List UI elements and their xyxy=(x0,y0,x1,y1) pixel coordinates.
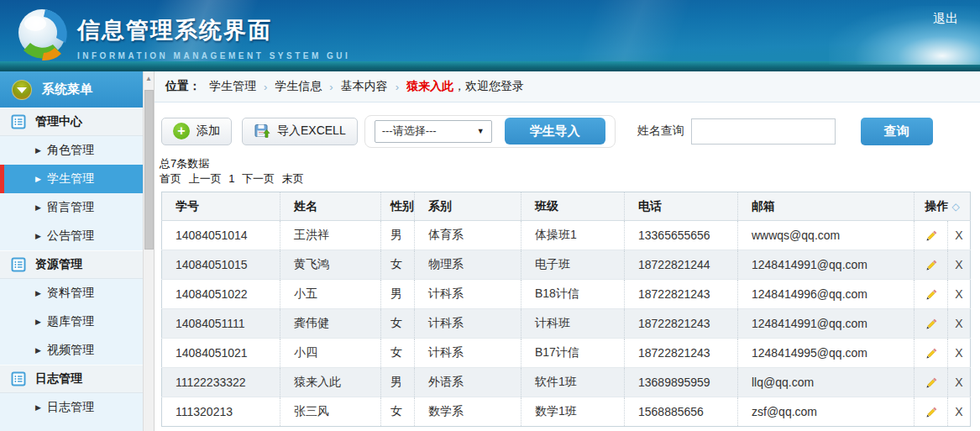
delete-button[interactable]: X xyxy=(955,346,962,360)
students-table: 学号 姓名 性别 系别 班级 电话 邮箱 操作◇ 14084051014 王洪祥… xyxy=(161,192,971,427)
caret-right-icon: ▶ xyxy=(35,346,41,355)
breadcrumb-item-basic-content[interactable]: 基本内容 xyxy=(341,79,388,94)
delete-button[interactable]: X xyxy=(955,287,962,301)
cell-name: 张三风 xyxy=(280,397,381,427)
table-row: 14084051015 黄飞鸿 女 物理系 电子班 18722821244 12… xyxy=(162,250,971,280)
name-query-input[interactable] xyxy=(691,118,836,145)
cell-phone: 13365655656 xyxy=(625,221,738,250)
edit-pencil-icon[interactable] xyxy=(925,318,938,331)
cell-class: 电子班 xyxy=(521,250,625,280)
page-prev[interactable]: 上一页 xyxy=(189,172,222,185)
cell-name: 小五 xyxy=(280,280,381,309)
cell-student-id: 11122233322 xyxy=(162,368,280,397)
app-title-block: 信息管理系统界面 INFORMATION MANAGEMENT SYSTEM G… xyxy=(77,15,350,60)
sort-icon: ◇ xyxy=(951,201,959,213)
cell-student-id: 14084051015 xyxy=(162,250,280,280)
cell-gender: 女 xyxy=(381,309,415,339)
page-first[interactable]: 首页 xyxy=(160,172,181,185)
cell-email: 1248414995@qq.com xyxy=(738,339,914,368)
table-row: 14084051014 王洪祥 男 体育系 体操班1 13365655656 w… xyxy=(162,221,971,250)
sidebar: 系统菜单 管理中心 ▶ 角色管理 ▶ 学生管理 ▶ 留言管理 ▶ 公告管理 xyxy=(0,71,143,431)
caret-right-icon: ▶ xyxy=(35,146,41,155)
list-icon xyxy=(11,114,26,129)
sidebar-section-label: 管理中心 xyxy=(35,114,82,129)
sidebar-item-question-bank[interactable]: ▶ 题库管理 xyxy=(0,307,143,336)
sidebar-item-announcements[interactable]: ▶ 公告管理 xyxy=(0,222,143,250)
sidebar-item-materials[interactable]: ▶ 资料管理 xyxy=(0,279,143,307)
page-number[interactable]: 1 xyxy=(228,172,234,185)
delete-button[interactable]: X xyxy=(955,229,962,242)
current-user: 猿来入此 xyxy=(406,79,453,94)
table-row: 14084051021 小四 女 计科系 B17计信 18722821243 1… xyxy=(162,339,971,368)
breadcrumb-item-student-info[interactable]: 学生信息 xyxy=(275,79,322,94)
cell-department: 计科系 xyxy=(415,280,521,309)
class-select[interactable]: ---请选择--- ▼ xyxy=(375,120,492,143)
col-operations[interactable]: 操作◇ xyxy=(914,192,971,221)
cell-class: 体操班1 xyxy=(521,221,625,250)
sidebar-item-videos[interactable]: ▶ 视频管理 xyxy=(0,336,143,365)
cell-department: 外语系 xyxy=(415,368,521,397)
cell-phone: 18722821243 xyxy=(625,339,738,368)
select-value: ---请选择--- xyxy=(382,124,437,139)
cell-student-id: 111320213 xyxy=(162,397,280,427)
student-import-button[interactable]: 学生导入 xyxy=(505,118,605,145)
sidebar-item-roles[interactable]: ▶ 角色管理 xyxy=(0,136,143,165)
sidebar-item-logs[interactable]: ▶ 日志管理 xyxy=(0,393,143,422)
sidebar-item-label: 角色管理 xyxy=(47,143,94,158)
sidebar-section-resources[interactable]: 资源管理 xyxy=(0,250,143,279)
sidebar-item-students[interactable]: ▶ 学生管理 xyxy=(0,165,143,193)
cell-department: 计科系 xyxy=(415,309,521,339)
pagination: 首页 上一页 1 下一页 末页 xyxy=(160,171,980,187)
edit-pencil-icon[interactable] xyxy=(925,406,938,419)
delete-button[interactable]: X xyxy=(955,258,962,271)
delete-button[interactable]: X xyxy=(955,405,962,418)
sidebar-section-management-center[interactable]: 管理中心 xyxy=(0,108,143,136)
cell-email: wwwqs@qq.com xyxy=(738,221,914,250)
cell-email: 1248414996@qq.com xyxy=(738,280,914,309)
delete-button[interactable]: X xyxy=(955,376,962,389)
import-excel-label: 导入EXCELL xyxy=(277,124,346,139)
page-title: 信息管理系统界面 xyxy=(77,15,350,45)
edit-pencil-icon[interactable] xyxy=(925,229,938,243)
scroll-up-arrow-icon[interactable]: ▲ xyxy=(144,71,154,85)
sidebar-item-label: 日志管理 xyxy=(47,400,94,415)
sidebar-scrollbar[interactable]: ▲ xyxy=(143,71,155,431)
edit-pencil-icon[interactable] xyxy=(925,376,938,390)
edit-pencil-icon[interactable] xyxy=(925,288,938,302)
breadcrumb-item-students[interactable]: 学生管理 xyxy=(209,79,256,94)
add-button-label: 添加 xyxy=(197,124,220,139)
page-next[interactable]: 下一页 xyxy=(242,172,275,185)
search-button[interactable]: 查询 xyxy=(861,118,933,145)
chevron-down-icon xyxy=(12,80,32,100)
sidebar-item-messages[interactable]: ▶ 留言管理 xyxy=(0,193,143,222)
list-icon xyxy=(11,257,26,272)
cell-phone: 18722821244 xyxy=(625,250,738,280)
toolbar: + 添加 导入EXCELL ---请选 xyxy=(161,114,980,148)
cell-class: 软件1班 xyxy=(521,368,625,397)
sidebar-menu-header[interactable]: 系统菜单 xyxy=(0,71,143,108)
import-excel-button[interactable]: 导入EXCELL xyxy=(242,118,358,145)
edit-pencil-icon[interactable] xyxy=(925,259,938,272)
name-query-label: 姓名查询 xyxy=(637,124,684,139)
table-row: 14084051022 小五 男 计科系 B18计信 18722821243 1… xyxy=(162,280,971,309)
edit-pencil-icon[interactable] xyxy=(925,347,938,360)
cell-gender: 女 xyxy=(381,397,415,427)
sidebar-section-logs[interactable]: 日志管理 xyxy=(0,365,143,393)
col-department: 系别 xyxy=(415,192,521,221)
table-header-row: 学号 姓名 性别 系别 班级 电话 邮箱 操作◇ xyxy=(162,192,971,221)
sidebar-item-label: 学生管理 xyxy=(47,171,94,187)
delete-button[interactable]: X xyxy=(955,317,962,330)
cell-department: 体育系 xyxy=(415,221,521,250)
page-last[interactable]: 末页 xyxy=(282,172,304,185)
scrollbar-thumb[interactable] xyxy=(144,90,154,250)
select-panel: ---请选择--- ▼ 学生导入 xyxy=(364,115,616,148)
logo-icon xyxy=(13,5,77,71)
cell-name: 龚伟健 xyxy=(280,309,381,339)
sidebar-menu-title: 系统菜单 xyxy=(42,81,92,97)
cell-name: 王洪祥 xyxy=(280,221,381,250)
table-row: 111320213 张三风 女 数学系 数学1班 1568885656 zsf@… xyxy=(162,397,971,427)
logout-button[interactable]: 退出 xyxy=(933,11,958,27)
table-row: 14084051111 龚伟健 女 计科系 计科班 18722821243 12… xyxy=(162,309,971,339)
add-button[interactable]: + 添加 xyxy=(161,118,232,145)
sidebar-item-label: 视频管理 xyxy=(47,343,94,358)
